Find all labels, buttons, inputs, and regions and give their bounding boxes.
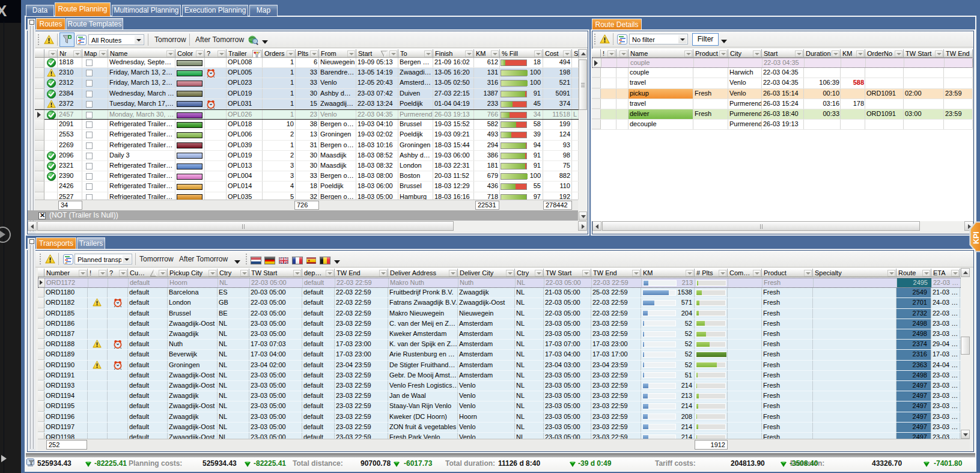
svg-text:KPI: KPI	[972, 231, 980, 244]
